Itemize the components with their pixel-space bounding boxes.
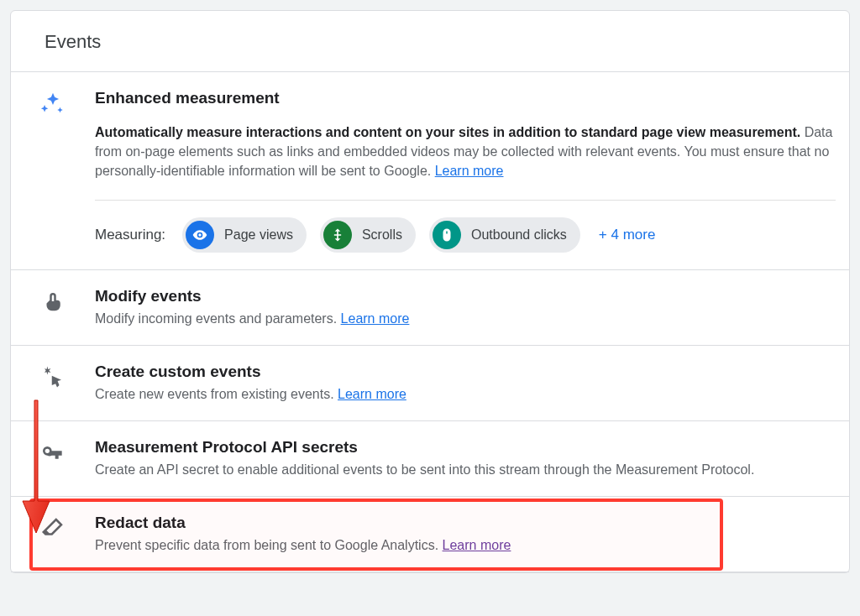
eraser-icon xyxy=(11,514,95,555)
chip-page-views[interactable]: Page views xyxy=(182,217,307,253)
eye-icon xyxy=(186,221,214,249)
divider xyxy=(95,200,836,201)
events-panel: Events Enhanced measurement Automaticall… xyxy=(10,10,850,573)
chip-outbound-clicks[interactable]: Outbound clicks xyxy=(429,217,580,253)
touch-icon xyxy=(11,287,95,328)
api-title: Measurement Protocol API secrets xyxy=(95,438,836,457)
plus-more-link[interactable]: + 4 more xyxy=(599,227,656,243)
redact-learn-link[interactable]: Learn more xyxy=(443,538,511,552)
measuring-row: Measuring: Page views Scrolls xyxy=(95,217,836,253)
redact-sub: Prevent specific data from being sent to… xyxy=(95,535,836,555)
enhanced-description: Automatically measure interactions and c… xyxy=(95,123,836,181)
modify-learn-link[interactable]: Learn more xyxy=(341,311,410,326)
modify-title: Modify events xyxy=(95,287,836,305)
key-icon xyxy=(11,438,95,479)
scroll-icon xyxy=(323,221,352,249)
chip-scrolls[interactable]: Scrolls xyxy=(320,217,416,253)
enhanced-learn-link[interactable]: Learn more xyxy=(435,164,504,178)
section-modify-events[interactable]: Modify events Modify incoming events and… xyxy=(11,270,849,346)
panel-title: Events xyxy=(11,11,849,72)
cursor-sparkle-icon xyxy=(11,363,95,404)
custom-learn-link[interactable]: Learn more xyxy=(338,387,406,401)
section-redact-data[interactable]: Redact data Prevent specific data from b… xyxy=(11,497,849,572)
section-api-secrets[interactable]: Measurement Protocol API secrets Create … xyxy=(11,421,849,497)
enhanced-title: Enhanced measurement xyxy=(95,89,836,107)
redact-title: Redact data xyxy=(95,514,836,532)
modify-sub: Modify incoming events and parameters. L… xyxy=(95,309,836,328)
custom-sub: Create new events from existing events. … xyxy=(95,384,836,404)
mouse-icon xyxy=(433,221,461,249)
sparkle-icon xyxy=(11,89,95,253)
section-create-custom-events[interactable]: Create custom events Create new events f… xyxy=(11,346,849,421)
measuring-label: Measuring: xyxy=(95,227,165,243)
custom-title: Create custom events xyxy=(95,363,836,381)
api-sub: Create an API secret to enable additiona… xyxy=(95,460,836,479)
section-enhanced-measurement[interactable]: Enhanced measurement Automatically measu… xyxy=(11,72,849,270)
